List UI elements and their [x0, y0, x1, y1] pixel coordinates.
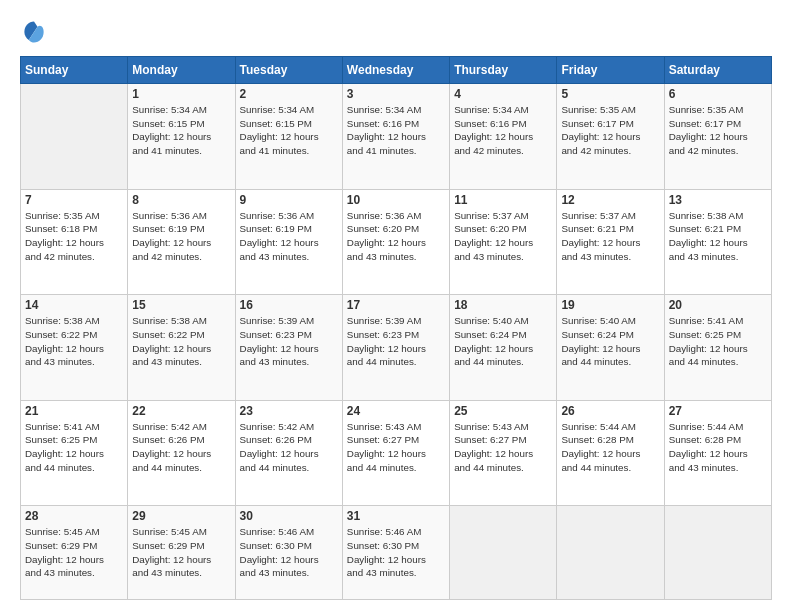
- calendar-cell: 12Sunrise: 5:37 AM Sunset: 6:21 PM Dayli…: [557, 189, 664, 295]
- day-info: Sunrise: 5:41 AM Sunset: 6:25 PM Dayligh…: [25, 420, 123, 475]
- day-info: Sunrise: 5:42 AM Sunset: 6:26 PM Dayligh…: [240, 420, 338, 475]
- calendar-cell: 17Sunrise: 5:39 AM Sunset: 6:23 PM Dayli…: [342, 295, 449, 401]
- calendar-cell: 25Sunrise: 5:43 AM Sunset: 6:27 PM Dayli…: [450, 400, 557, 506]
- calendar-cell: 24Sunrise: 5:43 AM Sunset: 6:27 PM Dayli…: [342, 400, 449, 506]
- day-number: 2: [240, 87, 338, 101]
- day-info: Sunrise: 5:37 AM Sunset: 6:21 PM Dayligh…: [561, 209, 659, 264]
- day-number: 25: [454, 404, 552, 418]
- logo: [20, 18, 52, 46]
- calendar-cell: 8Sunrise: 5:36 AM Sunset: 6:19 PM Daylig…: [128, 189, 235, 295]
- day-number: 3: [347, 87, 445, 101]
- day-number: 19: [561, 298, 659, 312]
- day-number: 1: [132, 87, 230, 101]
- page: Sunday Monday Tuesday Wednesday Thursday…: [0, 0, 792, 612]
- day-number: 7: [25, 193, 123, 207]
- day-number: 16: [240, 298, 338, 312]
- day-number: 18: [454, 298, 552, 312]
- calendar-cell: 22Sunrise: 5:42 AM Sunset: 6:26 PM Dayli…: [128, 400, 235, 506]
- day-info: Sunrise: 5:45 AM Sunset: 6:29 PM Dayligh…: [132, 525, 230, 580]
- day-number: 24: [347, 404, 445, 418]
- calendar-cell: 27Sunrise: 5:44 AM Sunset: 6:28 PM Dayli…: [664, 400, 771, 506]
- calendar-cell: 29Sunrise: 5:45 AM Sunset: 6:29 PM Dayli…: [128, 506, 235, 600]
- calendar-header-row: Sunday Monday Tuesday Wednesday Thursday…: [21, 57, 772, 84]
- col-wednesday: Wednesday: [342, 57, 449, 84]
- day-number: 12: [561, 193, 659, 207]
- calendar-cell: 26Sunrise: 5:44 AM Sunset: 6:28 PM Dayli…: [557, 400, 664, 506]
- day-number: 11: [454, 193, 552, 207]
- day-info: Sunrise: 5:34 AM Sunset: 6:15 PM Dayligh…: [240, 103, 338, 158]
- day-number: 15: [132, 298, 230, 312]
- day-info: Sunrise: 5:34 AM Sunset: 6:16 PM Dayligh…: [347, 103, 445, 158]
- calendar-cell: 10Sunrise: 5:36 AM Sunset: 6:20 PM Dayli…: [342, 189, 449, 295]
- day-info: Sunrise: 5:40 AM Sunset: 6:24 PM Dayligh…: [454, 314, 552, 369]
- day-info: Sunrise: 5:34 AM Sunset: 6:16 PM Dayligh…: [454, 103, 552, 158]
- day-info: Sunrise: 5:46 AM Sunset: 6:30 PM Dayligh…: [240, 525, 338, 580]
- day-info: Sunrise: 5:35 AM Sunset: 6:18 PM Dayligh…: [25, 209, 123, 264]
- calendar-cell: 18Sunrise: 5:40 AM Sunset: 6:24 PM Dayli…: [450, 295, 557, 401]
- calendar-cell: 4Sunrise: 5:34 AM Sunset: 6:16 PM Daylig…: [450, 84, 557, 190]
- header: [20, 18, 772, 46]
- day-info: Sunrise: 5:38 AM Sunset: 6:22 PM Dayligh…: [25, 314, 123, 369]
- day-number: 20: [669, 298, 767, 312]
- calendar-cell: [450, 506, 557, 600]
- day-info: Sunrise: 5:36 AM Sunset: 6:19 PM Dayligh…: [132, 209, 230, 264]
- day-number: 4: [454, 87, 552, 101]
- day-number: 22: [132, 404, 230, 418]
- day-info: Sunrise: 5:34 AM Sunset: 6:15 PM Dayligh…: [132, 103, 230, 158]
- day-info: Sunrise: 5:39 AM Sunset: 6:23 PM Dayligh…: [240, 314, 338, 369]
- day-number: 10: [347, 193, 445, 207]
- day-info: Sunrise: 5:38 AM Sunset: 6:22 PM Dayligh…: [132, 314, 230, 369]
- calendar-cell: 6Sunrise: 5:35 AM Sunset: 6:17 PM Daylig…: [664, 84, 771, 190]
- logo-icon: [20, 18, 48, 46]
- calendar-cell: 28Sunrise: 5:45 AM Sunset: 6:29 PM Dayli…: [21, 506, 128, 600]
- day-number: 27: [669, 404, 767, 418]
- day-info: Sunrise: 5:36 AM Sunset: 6:20 PM Dayligh…: [347, 209, 445, 264]
- day-number: 29: [132, 509, 230, 523]
- col-monday: Monday: [128, 57, 235, 84]
- calendar-cell: 14Sunrise: 5:38 AM Sunset: 6:22 PM Dayli…: [21, 295, 128, 401]
- calendar-cell: 20Sunrise: 5:41 AM Sunset: 6:25 PM Dayli…: [664, 295, 771, 401]
- day-number: 17: [347, 298, 445, 312]
- day-number: 31: [347, 509, 445, 523]
- day-number: 26: [561, 404, 659, 418]
- calendar-cell: [664, 506, 771, 600]
- col-thursday: Thursday: [450, 57, 557, 84]
- day-number: 23: [240, 404, 338, 418]
- day-number: 14: [25, 298, 123, 312]
- calendar-cell: 5Sunrise: 5:35 AM Sunset: 6:17 PM Daylig…: [557, 84, 664, 190]
- calendar-cell: 31Sunrise: 5:46 AM Sunset: 6:30 PM Dayli…: [342, 506, 449, 600]
- day-info: Sunrise: 5:44 AM Sunset: 6:28 PM Dayligh…: [561, 420, 659, 475]
- day-info: Sunrise: 5:38 AM Sunset: 6:21 PM Dayligh…: [669, 209, 767, 264]
- day-info: Sunrise: 5:35 AM Sunset: 6:17 PM Dayligh…: [561, 103, 659, 158]
- calendar-cell: 3Sunrise: 5:34 AM Sunset: 6:16 PM Daylig…: [342, 84, 449, 190]
- day-number: 30: [240, 509, 338, 523]
- calendar-cell: 21Sunrise: 5:41 AM Sunset: 6:25 PM Dayli…: [21, 400, 128, 506]
- day-info: Sunrise: 5:36 AM Sunset: 6:19 PM Dayligh…: [240, 209, 338, 264]
- day-number: 5: [561, 87, 659, 101]
- calendar-cell: 23Sunrise: 5:42 AM Sunset: 6:26 PM Dayli…: [235, 400, 342, 506]
- calendar-cell: 13Sunrise: 5:38 AM Sunset: 6:21 PM Dayli…: [664, 189, 771, 295]
- calendar-cell: [21, 84, 128, 190]
- calendar-cell: [557, 506, 664, 600]
- day-info: Sunrise: 5:46 AM Sunset: 6:30 PM Dayligh…: [347, 525, 445, 580]
- calendar-cell: 15Sunrise: 5:38 AM Sunset: 6:22 PM Dayli…: [128, 295, 235, 401]
- day-number: 21: [25, 404, 123, 418]
- day-info: Sunrise: 5:37 AM Sunset: 6:20 PM Dayligh…: [454, 209, 552, 264]
- day-info: Sunrise: 5:44 AM Sunset: 6:28 PM Dayligh…: [669, 420, 767, 475]
- day-info: Sunrise: 5:43 AM Sunset: 6:27 PM Dayligh…: [454, 420, 552, 475]
- calendar-cell: 16Sunrise: 5:39 AM Sunset: 6:23 PM Dayli…: [235, 295, 342, 401]
- col-friday: Friday: [557, 57, 664, 84]
- day-info: Sunrise: 5:42 AM Sunset: 6:26 PM Dayligh…: [132, 420, 230, 475]
- day-info: Sunrise: 5:45 AM Sunset: 6:29 PM Dayligh…: [25, 525, 123, 580]
- day-number: 6: [669, 87, 767, 101]
- day-info: Sunrise: 5:35 AM Sunset: 6:17 PM Dayligh…: [669, 103, 767, 158]
- calendar-cell: 11Sunrise: 5:37 AM Sunset: 6:20 PM Dayli…: [450, 189, 557, 295]
- calendar-cell: 9Sunrise: 5:36 AM Sunset: 6:19 PM Daylig…: [235, 189, 342, 295]
- day-number: 9: [240, 193, 338, 207]
- day-info: Sunrise: 5:41 AM Sunset: 6:25 PM Dayligh…: [669, 314, 767, 369]
- day-number: 28: [25, 509, 123, 523]
- day-number: 13: [669, 193, 767, 207]
- calendar-cell: 7Sunrise: 5:35 AM Sunset: 6:18 PM Daylig…: [21, 189, 128, 295]
- calendar-table: Sunday Monday Tuesday Wednesday Thursday…: [20, 56, 772, 600]
- day-info: Sunrise: 5:39 AM Sunset: 6:23 PM Dayligh…: [347, 314, 445, 369]
